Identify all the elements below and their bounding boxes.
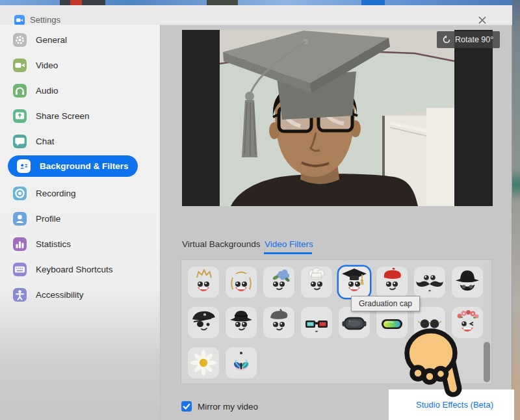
rotate-90-button[interactable]: Rotate 90° (437, 31, 500, 48)
desktop-background-right (512, 0, 520, 420)
sidebar-item-label: Share Screen (36, 111, 90, 121)
sidebar-item-recording[interactable]: Recording (0, 181, 161, 205)
sidebar-item-label: Statistics (36, 239, 71, 249)
rotate-icon (442, 35, 451, 44)
butterfly-filter[interactable] (226, 347, 257, 378)
red-beret-filter[interactable] (376, 267, 408, 298)
video-camera-icon (13, 59, 27, 72)
sidebar-item-label: Profile (36, 214, 60, 224)
zoom-settings-window: Settings GeneralVideoAudioShare ScreenCh… (0, 0, 520, 420)
rotate-90-label: Rotate 90° (455, 35, 493, 44)
person-card-icon (17, 159, 31, 173)
active-tab-underline (264, 252, 312, 254)
sidebar-item-general[interactable]: General (0, 27, 161, 52)
sidebar: GeneralVideoAudioShare ScreenChatBackgro… (0, 25, 161, 420)
tab-video-filters[interactable]: Video Filters (265, 239, 313, 249)
gold-chains-filter[interactable] (226, 267, 257, 298)
sidebar-item-keyboard-shortcuts[interactable]: Keyboard Shortcuts (0, 257, 161, 282)
chat-bubble-icon (13, 135, 27, 148)
filter-tooltip: Graduation cap (351, 296, 420, 311)
scrollbar-thumb[interactable] (484, 342, 490, 382)
hydrangea-filter[interactable] (263, 267, 294, 298)
sidebar-item-label: Audio (36, 86, 58, 96)
sidebar-item-background-filters[interactable]: Background & Filters (8, 155, 138, 177)
black-fedora-filter[interactable] (226, 307, 257, 338)
webcam-preview (220, 30, 454, 206)
window-title: Settings (30, 15, 60, 25)
3d-glasses-filter[interactable] (301, 307, 332, 338)
daisy-filter[interactable] (188, 347, 219, 378)
close-icon[interactable] (474, 12, 490, 28)
gray-beret-filter[interactable] (263, 307, 294, 338)
sidebar-item-label: Accessibility (36, 290, 84, 300)
crown-filter[interactable] (188, 267, 219, 298)
sidebar-item-label: Recording (36, 189, 76, 198)
sidebar-item-label: General (36, 35, 67, 45)
title-bar[interactable]: Settings (0, 5, 512, 25)
chef-hat-filter[interactable] (301, 267, 332, 298)
pirate-hat-filter[interactable] (188, 307, 219, 338)
sidebar-item-audio[interactable]: Audio (0, 78, 161, 103)
tab-virtual-backgrounds[interactable]: Virtual Backgrounds (182, 239, 261, 249)
bar-chart-icon (13, 237, 27, 251)
zoom-app-icon (14, 15, 25, 25)
headphones-icon (13, 84, 27, 98)
record-icon (13, 187, 27, 200)
mirror-video-label: Mirror my video (198, 402, 258, 412)
sidebar-item-label: Video (36, 60, 58, 70)
sidebar-item-accessibility[interactable]: Accessibility (0, 282, 161, 307)
accessibility-icon (13, 288, 27, 302)
mirror-video-checkbox[interactable] (181, 401, 192, 412)
sidebar-item-statistics[interactable]: Statistics (0, 231, 161, 256)
person-icon (13, 212, 27, 226)
pointing-hand-cursor (400, 325, 471, 402)
sidebar-item-label: Chat (36, 137, 55, 146)
sidebar-item-chat[interactable]: Chat (0, 129, 161, 153)
vr-headset-filter[interactable] (339, 307, 370, 338)
sidebar-item-share-screen[interactable]: Share Screen (0, 103, 161, 128)
fedora-mask-filter[interactable] (452, 267, 483, 298)
sidebar-item-label: Keyboard Shortcuts (36, 265, 113, 274)
sidebar-item-label: Background & Filters (40, 161, 129, 171)
graduation-cap-filter[interactable] (339, 267, 370, 298)
share-screen-icon (13, 109, 27, 123)
sidebar-item-video[interactable]: Video (0, 53, 161, 77)
keyboard-icon (13, 263, 27, 276)
sidebar-item-profile[interactable]: Profile (0, 206, 161, 231)
desktop-background-top (0, 0, 520, 5)
video-camera-icon (15, 16, 24, 25)
mustache-filter[interactable] (414, 267, 445, 298)
gear-icon (13, 33, 27, 47)
checkmark-icon (181, 401, 192, 412)
